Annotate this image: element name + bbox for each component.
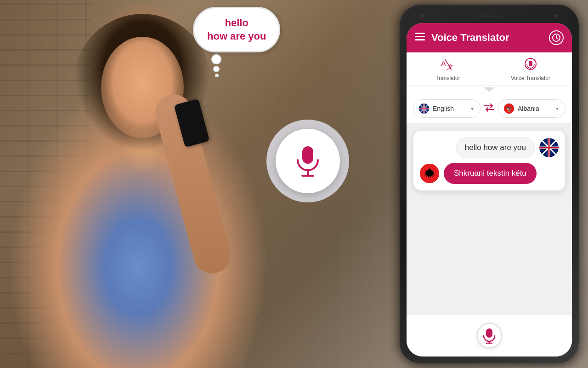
speech-bubble-tail [193,54,280,77]
english-flag-avatar [539,138,559,157]
camera-dot [420,14,424,18]
swap-languages-button[interactable] [484,104,494,114]
source-language-flag [419,104,429,114]
source-language-name: English [433,105,466,112]
english-message-text: hello how are you [456,137,535,158]
target-language-flag: 🦅 [504,104,514,114]
bubble-dot-small [215,74,219,77]
svg-rect-0 [302,146,313,164]
translator-tab-icon: A 文 [441,58,455,73]
svg-rect-11 [529,61,532,66]
svg-rect-3 [415,33,425,34]
voice-translator-tab-icon [525,58,537,73]
tab-navigation: A 文 Translator [407,52,572,86]
speech-bubble: hello how are you [193,7,280,77]
bottom-mic-area [407,314,572,356]
history-icon[interactable] [549,30,564,45]
albanian-message-text: Shkruani tekstin këtu [444,163,537,184]
bubble-dot-large [211,54,221,64]
tab-translator[interactable]: A 文 Translator [407,58,489,81]
chat-area: hello how are you [407,124,572,314]
divider-arrow [407,86,572,94]
source-language-arrow: ▼ [470,106,475,111]
phone-camera-row [407,12,572,21]
app-header: Voice Translator [407,23,572,52]
source-language-selector[interactable]: English ▼ [413,99,481,118]
english-message: hello how are you [420,137,559,158]
voice-input-button[interactable] [477,323,502,348]
albanian-flag-avatar [420,164,439,183]
target-language-arrow: ▼ [555,106,560,111]
hamburger-menu-icon[interactable] [415,32,425,44]
app-title: Voice Translator [431,32,543,44]
tab-voice-translator[interactable]: Voice Translator [489,58,572,81]
svg-rect-5 [415,39,425,40]
bubble-dot-medium [213,66,220,72]
target-language-selector[interactable]: 🦅 Albania ▼ [498,99,565,118]
speaker-slot [475,15,503,17]
target-language-name: Albania [518,105,551,112]
svg-rect-4 [415,36,425,37]
language-selector-row: English ▼ 🦅 [407,94,572,124]
translator-tab-label: Translator [435,75,460,81]
svg-rect-31 [486,328,492,338]
albanian-message: Shkruani tekstin këtu [420,163,559,184]
microphone-icon-large [294,144,322,178]
chat-card: hello how are you [413,131,565,190]
speech-bubble-text: hello how are you [193,7,280,52]
phone-outer-shell: Voice Translator A 文 [400,5,579,363]
camera-dot-right [554,14,558,18]
phone-device: Voice Translator A 文 [400,5,579,363]
mic-circle-overlay[interactable] [266,120,349,202]
mic-inner-circle [276,129,340,193]
phone-screen: Voice Translator A 文 [407,23,572,356]
svg-text:A: A [441,60,446,68]
voice-translator-tab-label: Voice Translator [511,75,550,81]
svg-text:🦅: 🦅 [506,105,513,112]
